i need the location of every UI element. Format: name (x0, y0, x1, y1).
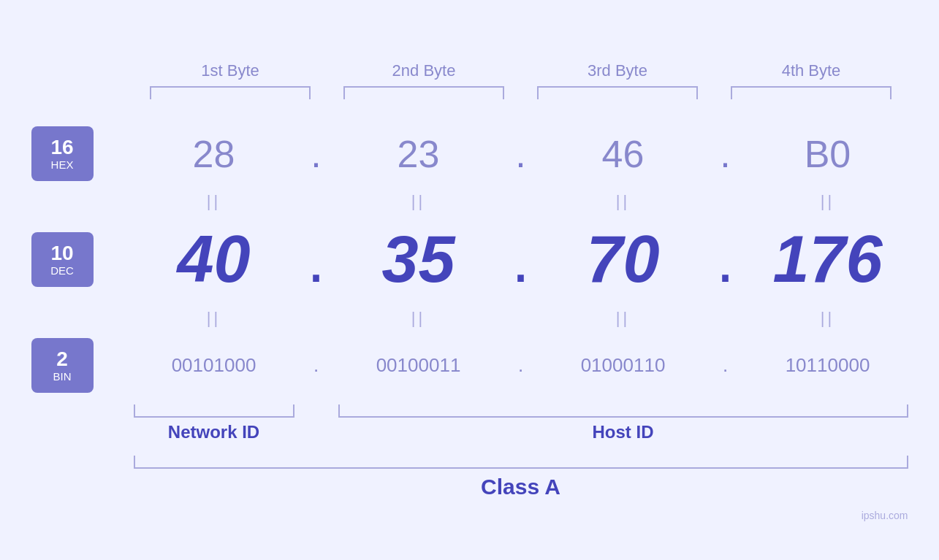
hex-dot-3: . (704, 132, 748, 176)
bin-badge-num: 2 (56, 348, 68, 371)
bin-badge-label: BIN (53, 370, 71, 383)
hex-dot-2: . (499, 132, 543, 176)
hex-badge-label: HEX (51, 158, 74, 171)
dec-dot-2: . (499, 222, 543, 297)
hex-values-area: 28 . 23 . 46 . B0 (134, 132, 908, 176)
dec-byte-3: 70 (543, 222, 704, 297)
eq-1-b3: || (543, 192, 704, 211)
bottom-labels-row: Network ID Host ID (134, 422, 908, 442)
bin-byte-4: 10110000 (748, 354, 908, 377)
eq-2-b2: || (338, 309, 499, 328)
bin-dot-1: . (294, 354, 338, 377)
hex-byte-1: 28 (134, 132, 294, 176)
bottom-brackets-row (134, 404, 908, 418)
host-bracket (338, 404, 908, 418)
top-bracket-4 (731, 86, 892, 99)
dec-byte-2: 35 (338, 222, 499, 297)
bottom-section: Network ID Host ID (134, 404, 908, 442)
dec-badge: 10 DEC (31, 232, 94, 287)
hex-byte-2: 23 (338, 132, 499, 176)
byte-label-1: 1st Byte (150, 61, 311, 80)
class-section: Class A (134, 456, 908, 499)
bin-byte-2: 00100011 (338, 354, 499, 377)
hex-byte-3: 46 (543, 132, 704, 176)
dec-dot-3: . (704, 222, 748, 297)
main-container: 1st Byte 2nd Byte 3rd Byte 4th Byte 16 H… (31, 61, 908, 499)
bin-dot-3: . (704, 354, 748, 377)
eq-1-b2: || (338, 192, 499, 211)
host-id-label: Host ID (338, 422, 908, 442)
watermark: ipshu.com (862, 510, 908, 521)
byte-labels-row: 1st Byte 2nd Byte 3rd Byte 4th Byte (134, 61, 908, 80)
top-bracket-2 (343, 86, 504, 99)
hex-byte-4: B0 (748, 132, 908, 176)
dec-values-area: 40 . 35 . 70 . 176 (134, 222, 908, 297)
network-bracket (134, 404, 294, 418)
hex-dot-1: . (294, 132, 338, 176)
label-gap (294, 422, 338, 442)
bin-byte-3: 01000110 (543, 354, 704, 377)
byte-label-2: 2nd Byte (343, 61, 504, 80)
bin-badge: 2 BIN (31, 338, 94, 393)
dec-dot-1: . (294, 222, 338, 297)
eq-2-b4: || (748, 309, 908, 328)
top-brackets-row (134, 86, 908, 99)
hex-badge-num: 16 (50, 137, 73, 159)
bin-values-area: 00101000 . 00100011 . 01000110 . 1011000… (134, 354, 908, 377)
eq-1-b4: || (748, 192, 908, 211)
bin-row: 2 BIN 00101000 . 00100011 . 01000110 . 1… (31, 333, 908, 399)
bin-byte-1: 00101000 (134, 354, 294, 377)
eq-row-2: || || || || (134, 304, 908, 333)
top-bracket-3 (537, 86, 698, 99)
class-bracket (134, 456, 908, 469)
dec-badge-num: 10 (50, 242, 73, 265)
eq-2-b3: || (543, 309, 704, 328)
dec-badge-label: DEC (50, 264, 74, 277)
dec-byte-1: 40 (134, 222, 294, 297)
dec-byte-4: 176 (748, 222, 908, 297)
network-id-label: Network ID (134, 422, 294, 442)
top-bracket-1 (150, 86, 311, 99)
byte-label-3: 3rd Byte (537, 61, 698, 80)
eq-row-1: || || || || (134, 187, 908, 216)
bin-dot-2: . (499, 354, 543, 377)
hex-row: 16 HEX 28 . 23 . 46 . B0 (31, 121, 908, 187)
hex-badge: 16 HEX (31, 126, 94, 181)
eq-2-b1: || (134, 309, 294, 328)
dec-row: 10 DEC 40 . 35 . 70 . 176 (31, 216, 908, 304)
eq-1-b1: || (134, 192, 294, 211)
byte-label-4: 4th Byte (731, 61, 892, 80)
class-a-label: Class A (134, 475, 908, 499)
